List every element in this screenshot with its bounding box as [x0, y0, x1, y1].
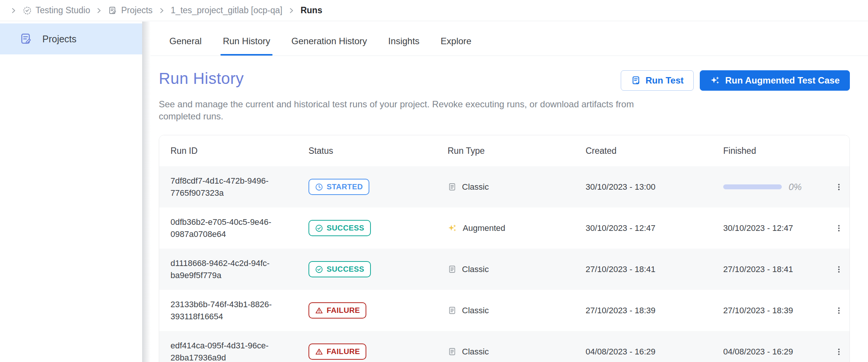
row-menu [828, 304, 850, 317]
kebab-menu-icon[interactable] [832, 180, 846, 194]
run-id-cell: edf414ca-095f-4d31-96ce-28ba17936a9d [159, 340, 295, 362]
sidebar: Projects [0, 22, 142, 362]
column-header-status: Status [308, 146, 448, 156]
kebab-menu-icon[interactable] [832, 221, 846, 235]
check-circle-icon [315, 224, 323, 232]
run-type-cell: Classic [448, 182, 586, 192]
action-buttons: Run Test Run Augmented Test Case [621, 70, 850, 91]
table-row: 7df8cdf7-4d1c-472b-9496-7765f907323a STA… [159, 166, 849, 207]
status-cell: FAILURE [308, 343, 448, 360]
finished-cell: 27/10/2023 - 18:39 [723, 306, 828, 316]
status-label: SUCCESS [327, 224, 364, 232]
seal-check-icon [23, 6, 32, 15]
finished-cell: 0% [723, 182, 828, 192]
finished-date: 30/10/2023 - 12:47 [723, 223, 793, 233]
document-icon [448, 183, 457, 192]
run-history-table: Run ID Status Run Type Created Finished … [159, 135, 850, 362]
created-cell: 30/10/2023 - 13:00 [586, 182, 723, 192]
kebab-menu-icon[interactable] [832, 304, 846, 317]
created-cell: 27/10/2023 - 18:41 [586, 265, 723, 274]
breadcrumb-app-label: Testing Studio [36, 5, 90, 15]
document-check-icon [631, 76, 641, 85]
status-label: STARTED [327, 183, 363, 191]
finished-date: 27/10/2023 - 18:41 [723, 265, 793, 274]
tab-generation-history[interactable]: Generation History [281, 36, 378, 56]
run-id-cell: d1118668-9462-4c2d-94fc-ba9e9f5f779a [159, 257, 295, 282]
run-type-label: Classic [462, 347, 489, 357]
finished-date: 27/10/2023 - 18:39 [723, 306, 793, 316]
tab-explore[interactable]: Explore [430, 36, 482, 56]
status-badge: SUCCESS [308, 220, 371, 236]
warning-triangle-icon [315, 348, 323, 356]
chevron-right-icon [288, 8, 294, 14]
chevron-right-icon [96, 8, 102, 14]
status-badge: FAILURE [308, 302, 366, 319]
run-history-panel: Run History Run Test Run Augmented Test … [150, 56, 868, 362]
run-augmented-test-case-button[interactable]: Run Augmented Test Case [700, 70, 850, 91]
row-menu [828, 263, 850, 276]
row-menu [828, 221, 850, 235]
column-header-created: Created [586, 146, 723, 156]
tab-general[interactable]: General [159, 36, 212, 56]
table-header-row: Run ID Status Run Type Created Finished [159, 135, 849, 166]
column-header-run-type: Run Type [448, 146, 586, 156]
breadcrumb-app-link[interactable]: Testing Studio [23, 5, 90, 15]
main-content: General Run History Generation History I… [150, 22, 868, 362]
page-description: See and manage the current and historica… [159, 98, 646, 122]
run-test-button[interactable]: Run Test [621, 70, 694, 91]
breadcrumb-project-link[interactable]: 1_tes_project_gitlab [ocp-qa] [171, 5, 282, 15]
document-edit-icon [20, 32, 33, 45]
run-type-cell: Classic [448, 306, 586, 316]
table-row: 0dfb36b2-e705-40c5-9e46-0987a0708e64 SUC… [159, 207, 849, 249]
sparkles-icon [710, 75, 721, 86]
status-cell: FAILURE [308, 302, 448, 319]
tab-bar: General Run History Generation History I… [150, 22, 868, 56]
sidebar-divider [142, 22, 150, 362]
breadcrumb-projects-link[interactable]: Projects [108, 5, 152, 15]
breadcrumb-projects-label: Projects [121, 5, 152, 15]
chevron-right-icon [159, 8, 165, 14]
status-cell: SUCCESS [308, 261, 448, 277]
tab-run-history[interactable]: Run History [212, 36, 281, 56]
finished-cell: 27/10/2023 - 18:41 [723, 265, 828, 274]
run-id-cell: 23133b6b-746f-43b1-8826-393118f16654 [159, 299, 295, 323]
created-cell: 30/10/2023 - 12:47 [586, 223, 723, 233]
run-augmented-label: Run Augmented Test Case [725, 75, 840, 86]
progress-bar [723, 184, 782, 189]
sidebar-item-label: Projects [42, 34, 76, 45]
kebab-menu-icon[interactable] [832, 263, 846, 276]
status-cell: STARTED [308, 179, 448, 195]
created-cell: 27/10/2023 - 18:39 [586, 306, 723, 316]
progress-percent: 0% [789, 182, 802, 192]
sidebar-item-projects[interactable]: Projects [0, 23, 142, 54]
table-row: 23133b6b-746f-43b1-8826-393118f16654 FAI… [159, 290, 849, 331]
check-circle-icon [315, 265, 323, 274]
tab-insights[interactable]: Insights [378, 36, 430, 56]
breadcrumb: Testing Studio Projects 1_tes_project_gi… [11, 5, 322, 15]
run-type-label: Classic [462, 265, 489, 274]
run-id-cell: 7df8cdf7-4d1c-472b-9496-7765f907323a [159, 175, 295, 199]
chevron-right-icon [11, 8, 17, 14]
top-bar: Testing Studio Projects 1_tes_project_gi… [0, 0, 868, 21]
run-type-cell: Classic [448, 265, 586, 274]
sparkles-icon [448, 223, 457, 233]
document-icon [448, 306, 457, 315]
document-icon [448, 265, 457, 274]
run-type-label: Classic [462, 306, 489, 316]
kebab-menu-icon[interactable] [832, 345, 846, 359]
document-icon [448, 347, 457, 356]
row-menu [828, 345, 850, 359]
status-badge: SUCCESS [308, 261, 371, 277]
status-label: SUCCESS [327, 265, 364, 274]
status-label: FAILURE [327, 306, 360, 315]
breadcrumb-project-label: 1_tes_project_gitlab [ocp-qa] [171, 5, 282, 15]
run-type-cell: Classic [448, 347, 586, 357]
column-header-run-id: Run ID [159, 146, 308, 156]
column-header-finished: Finished [723, 146, 828, 156]
finished-cell: 30/10/2023 - 12:47 [723, 223, 828, 233]
table-row: d1118668-9462-4c2d-94fc-ba9e9f5f779a SUC… [159, 249, 849, 290]
run-type-label: Classic [462, 182, 489, 192]
run-type-label: Augmented [463, 223, 505, 233]
table-row: edf414ca-095f-4d31-96ce-28ba17936a9d FAI… [159, 331, 849, 362]
run-type-cell: Augmented [448, 223, 586, 233]
